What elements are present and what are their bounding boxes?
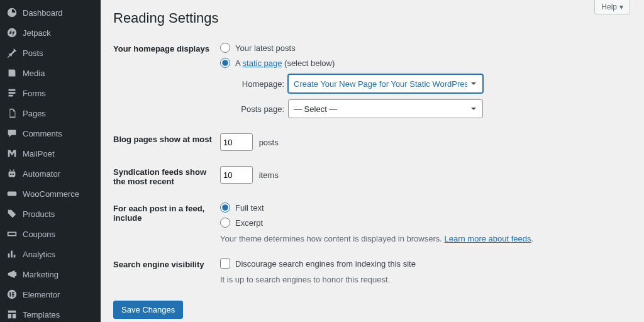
blog-pages-input[interactable] bbox=[220, 133, 253, 151]
sidebar-item-label: Automator bbox=[23, 169, 60, 179]
sidebar-item-mailpoet[interactable]: MailPoet bbox=[0, 143, 101, 164]
svg-point-4 bbox=[10, 174, 11, 175]
radio-static-page[interactable] bbox=[220, 58, 230, 68]
svg-rect-1 bbox=[9, 171, 16, 177]
help-label: Help bbox=[601, 3, 617, 11]
sidebar-item-coupons[interactable]: Coupons bbox=[0, 224, 101, 244]
search-engine-heading: Search engine visibility bbox=[113, 251, 220, 292]
sidebar-item-label: WooCommerce bbox=[23, 189, 79, 199]
svg-point-5 bbox=[13, 174, 14, 175]
sidebar-item-label: Marketing bbox=[23, 270, 58, 279]
feed-include-heading: For each post in a feed, include bbox=[113, 195, 220, 251]
settings-form: Your homepage displays Your latest posts… bbox=[113, 35, 631, 292]
sidebar-item-label: Forms bbox=[23, 89, 46, 98]
search-engine-desc: It is up to search engines to honor this… bbox=[220, 275, 625, 284]
sidebar-item-marketing[interactable]: Marketing bbox=[0, 264, 101, 284]
syndication-unit: items bbox=[259, 170, 279, 180]
sidebar-item-label: Jetpack bbox=[23, 28, 51, 38]
dashboard-icon bbox=[6, 7, 18, 18]
mailpoet-icon bbox=[6, 148, 18, 159]
sidebar-item-pages[interactable]: Pages bbox=[0, 103, 101, 123]
templates-icon bbox=[6, 309, 18, 320]
sidebar-item-label: Comments bbox=[23, 129, 62, 138]
save-changes-button[interactable]: Save Changes bbox=[113, 301, 183, 319]
sidebar-item-label: Media bbox=[23, 69, 45, 78]
coupons-icon bbox=[6, 228, 18, 240]
radio-full-text[interactable] bbox=[220, 203, 230, 213]
sidebar-item-posts[interactable]: Posts bbox=[0, 43, 101, 63]
sidebar-item-elementor[interactable]: Elementor bbox=[0, 284, 101, 304]
radio-static-page-label: A static page (select below) bbox=[235, 58, 335, 68]
comments-icon bbox=[6, 128, 18, 139]
forms-icon bbox=[6, 87, 18, 99]
posts-page-select[interactable]: — Select — bbox=[288, 99, 483, 118]
radio-latest-posts[interactable] bbox=[220, 43, 230, 53]
sidebar-item-label: MailPoet bbox=[23, 149, 55, 158]
discourage-checkbox[interactable] bbox=[220, 258, 230, 269]
radio-excerpt-label: Excerpt bbox=[235, 218, 263, 228]
elementor-icon bbox=[6, 289, 18, 300]
chevron-down-icon: ▾ bbox=[619, 3, 623, 11]
svg-point-2 bbox=[9, 170, 11, 171]
admin-sidebar: Dashboard Jetpack Posts Media Forms Page… bbox=[0, 0, 101, 322]
sidebar-item-media[interactable]: Media bbox=[0, 63, 101, 83]
media-icon bbox=[6, 67, 18, 79]
radio-latest-posts-label: Your latest posts bbox=[235, 43, 296, 53]
main-content: Help ▾ Reading Settings Your homepage di… bbox=[101, 0, 644, 322]
help-tab[interactable]: Help ▾ bbox=[594, 0, 630, 14]
sidebar-item-analytics[interactable]: Analytics bbox=[0, 244, 101, 264]
svg-rect-6 bbox=[8, 191, 16, 196]
syndication-input[interactable] bbox=[220, 166, 253, 184]
page-title: Reading Settings bbox=[113, 0, 631, 31]
analytics-icon bbox=[6, 248, 18, 260]
homepage-select-label: Homepage: bbox=[235, 79, 284, 89]
posts-page-select-label: Posts page: bbox=[235, 104, 284, 114]
syndication-heading: Syndication feeds show the most recent bbox=[113, 158, 220, 195]
sidebar-item-label: Analytics bbox=[23, 250, 55, 259]
static-page-link[interactable]: static page bbox=[243, 58, 282, 68]
sidebar-item-label: Pages bbox=[23, 109, 46, 118]
pages-icon bbox=[6, 108, 18, 119]
sidebar-item-label: Products bbox=[23, 209, 55, 219]
svg-point-3 bbox=[13, 170, 14, 171]
products-icon bbox=[6, 208, 18, 219]
radio-excerpt[interactable] bbox=[220, 218, 230, 228]
sidebar-item-label: Posts bbox=[23, 48, 43, 58]
sidebar-item-woocommerce[interactable]: WooCommerce bbox=[0, 184, 101, 204]
sidebar-item-label: Templates bbox=[23, 310, 60, 319]
automator-icon bbox=[6, 168, 18, 179]
sidebar-item-comments[interactable]: Comments bbox=[0, 123, 101, 143]
svg-point-0 bbox=[8, 28, 16, 37]
learn-more-feeds-link[interactable]: Learn more about feeds bbox=[444, 234, 531, 243]
blog-pages-heading: Blog pages show at most bbox=[113, 126, 220, 158]
sidebar-item-label: Coupons bbox=[23, 230, 55, 239]
sidebar-item-jetpack[interactable]: Jetpack bbox=[0, 23, 101, 43]
marketing-icon bbox=[6, 269, 18, 280]
jetpack-icon bbox=[6, 27, 18, 38]
blog-pages-unit: posts bbox=[259, 138, 279, 147]
sidebar-item-label: Elementor bbox=[23, 290, 60, 299]
sidebar-item-products[interactable]: Products bbox=[0, 204, 101, 224]
sidebar-item-label: Dashboard bbox=[23, 8, 63, 18]
sidebar-item-templates[interactable]: Templates bbox=[0, 304, 101, 322]
sidebar-item-forms[interactable]: Forms bbox=[0, 83, 101, 103]
homepage-displays-heading: Your homepage displays bbox=[113, 35, 220, 126]
pin-icon bbox=[6, 47, 18, 58]
sidebar-item-dashboard[interactable]: Dashboard bbox=[0, 3, 101, 23]
woo-icon bbox=[6, 188, 18, 199]
discourage-checkbox-label: Discourage search engines from indexing … bbox=[235, 259, 416, 269]
homepage-select[interactable]: Create Your New Page for Your Static Wor… bbox=[288, 74, 483, 93]
sidebar-item-automator[interactable]: Automator bbox=[0, 164, 101, 184]
feed-include-desc: Your theme determines how content is dis… bbox=[220, 234, 625, 243]
radio-full-text-label: Full text bbox=[235, 203, 264, 213]
